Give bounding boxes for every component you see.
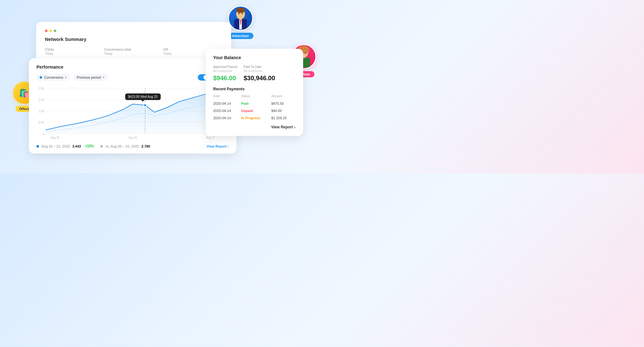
- balance-title: Your Balance: [213, 55, 296, 60]
- tooltip-date: Wed Aug 25: [140, 95, 157, 98]
- payments-table: Date Status Amount 2020-04-14 Paid $475.…: [213, 94, 296, 121]
- conversions-chevron-icon: ▾: [65, 76, 67, 79]
- payment-row-1: 2020-04-14 Paid $475.50: [213, 100, 296, 107]
- svg-text:0.5K: 0.5K: [38, 120, 44, 124]
- svg-rect-7: [239, 18, 242, 20]
- perf-header: Performance: [36, 64, 229, 70]
- dot-green: [54, 30, 56, 32]
- tooltip-value: $423.00: [128, 95, 140, 98]
- perf-title: Performance: [36, 64, 64, 70]
- previous-chevron-icon: ▾: [103, 76, 104, 79]
- payment-row-3: 2020-04-14 In Progress $1 258.20: [213, 115, 296, 122]
- perf-footer: Aug 16 – 23, 2020 3.443 +15% vs. Aug 09 …: [36, 144, 229, 148]
- view-report-chevron-icon: ›: [294, 125, 296, 130]
- svg-text:1.5K: 1.5K: [38, 98, 44, 102]
- clicks-label: Clicks: [45, 48, 98, 51]
- view-report-chevron-icon: ›: [228, 144, 229, 148]
- svg-point-36: [144, 104, 147, 107]
- payment-date-2: 2020-04-14: [213, 107, 241, 115]
- previous-period-filter[interactable]: Previous period ▾: [74, 74, 107, 81]
- stat-badge: +15%: [83, 144, 95, 148]
- payment-amount-3: $1 258.20: [271, 115, 296, 122]
- paid-to-date: Paid To Date All currencies $30,946.00: [244, 65, 275, 82]
- advertiser-avatar: Advertiser: [228, 6, 253, 39]
- stat-vs: vs. Aug 09 – 15, 2020: [105, 144, 139, 148]
- paid-amount: $30,946.00: [244, 75, 275, 82]
- col-status: Status: [241, 94, 271, 100]
- approved-amount: $946.00: [213, 75, 237, 82]
- balance-footer: View Report ›: [213, 125, 296, 130]
- payment-status-3: In Progress: [241, 115, 271, 122]
- svg-point-2: [238, 13, 240, 14]
- svg-text:0: 0: [43, 132, 44, 136]
- status-inprogress-badge: In Progress: [241, 116, 260, 120]
- perf-stat-primary: Aug 16 – 23, 2020 3.443 +15%: [36, 144, 95, 148]
- approved-sublabel: All currencies: [213, 69, 237, 73]
- col-amount: Amount: [271, 94, 296, 100]
- payment-row-2: 2020-04-14 Unpaid $40.00: [213, 107, 296, 115]
- conversions-label: Conversions total: [104, 48, 157, 51]
- svg-text:2.0K: 2.0K: [38, 87, 44, 90]
- svg-text:Aug 15: Aug 15: [51, 136, 59, 140]
- performance-chart-svg: 2.0K 1.5K 1.0K 0.5K 0 Aug 15 Aug 16 Aug …: [36, 85, 229, 141]
- performance-chart-area: $423.00 Wed Aug 25 2.0K 1.5K: [36, 85, 229, 141]
- dot-red: [45, 30, 47, 32]
- main-container: Advertiser: [0, 0, 322, 173]
- payment-amount-1: $475.50: [271, 100, 296, 107]
- stat-vs-value: 2.780: [142, 144, 150, 148]
- view-report-perf-label: View Report: [207, 144, 226, 148]
- approved-payout: Approved Payout All currencies $946.00: [213, 65, 237, 82]
- advertiser-avatar-circle: [228, 6, 253, 31]
- conversions-sublabel: Today: [104, 52, 157, 55]
- svg-point-1: [236, 8, 245, 13]
- status-unpaid-badge: Unpaid: [241, 109, 253, 113]
- approved-label: Approved Payout: [213, 65, 237, 69]
- advertiser-label: Advertiser: [228, 33, 253, 39]
- payment-date-1: 2020-04-14: [213, 100, 241, 107]
- balance-card: Your Balance Approved Payout All currenc…: [206, 49, 303, 136]
- recent-payments-title: Recent Payments: [213, 87, 296, 91]
- performance-card: Performance Conversions ▾ Previous perio…: [29, 58, 236, 154]
- svg-point-3: [242, 13, 243, 14]
- clicks-sublabel: Today: [45, 52, 98, 55]
- previous-period-label: Previous period: [77, 76, 101, 79]
- dot-yellow: [49, 30, 52, 32]
- payment-status-2: Unpaid: [241, 107, 271, 115]
- chart-tooltip: $423.00 Wed Aug 25: [125, 93, 161, 100]
- stat-period: Aug 16 – 23, 2020: [42, 144, 70, 148]
- paid-label: Paid To Date: [244, 65, 275, 69]
- stat-primary-dot: [36, 145, 39, 148]
- window-dots: [45, 30, 222, 32]
- svg-text:1.0K: 1.0K: [38, 109, 44, 113]
- payment-date-3: 2020-04-14: [213, 115, 241, 122]
- paid-sublabel: All currencies: [244, 69, 275, 73]
- status-paid-badge: Paid: [241, 102, 248, 105]
- filter-row: Conversions ▾ Previous period ▾ Cumulati…: [36, 74, 229, 81]
- view-report-perf-button[interactable]: View Report ›: [207, 144, 229, 148]
- conversions-filter[interactable]: Conversions ▾: [36, 74, 70, 81]
- network-title: Network Summary: [45, 36, 222, 42]
- payment-amount-2: $40.00: [271, 107, 296, 115]
- stat-value: 3.443: [72, 144, 81, 148]
- svg-text:Aug 17: Aug 17: [206, 136, 215, 140]
- blue-dot-icon: [40, 76, 42, 79]
- view-report-balance-label[interactable]: View Report: [271, 125, 293, 129]
- conversions-filter-label: Conversions: [44, 76, 63, 79]
- stat-secondary-dot: [100, 145, 103, 148]
- balance-amounts-row: Approved Payout All currencies $946.00 P…: [213, 65, 296, 82]
- payment-status-1: Paid: [241, 100, 271, 107]
- svg-text:Aug 16: Aug 16: [128, 136, 137, 140]
- perf-stat-secondary: vs. Aug 09 – 15, 2020 2.780: [100, 144, 150, 148]
- col-date: Date: [213, 94, 241, 100]
- svg-point-11: [306, 48, 309, 52]
- svg-point-16: [305, 52, 306, 53]
